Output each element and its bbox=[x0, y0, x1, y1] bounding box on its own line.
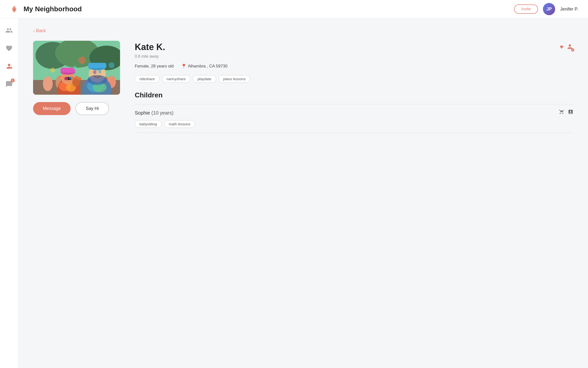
profile-photo bbox=[33, 41, 120, 95]
svg-point-6 bbox=[43, 76, 53, 91]
sidebar: 1 bbox=[0, 18, 18, 368]
profile-left-panel: Message Say Hi bbox=[33, 41, 120, 115]
invite-button[interactable]: Invite bbox=[514, 4, 538, 14]
header: My Neighborhood Invite JP Jenifer P. bbox=[0, 0, 588, 18]
svg-point-25 bbox=[87, 75, 107, 85]
sidebar-item-messages[interactable]: 1 bbox=[4, 79, 14, 89]
child-tag-math-lessons: math lessons bbox=[164, 120, 195, 128]
svg-rect-24 bbox=[88, 63, 106, 68]
back-chevron-icon: ‹ bbox=[33, 28, 35, 33]
child-icons bbox=[559, 109, 573, 117]
svg-point-29 bbox=[109, 62, 114, 68]
child-name-sophie: Sophie (10 years) bbox=[135, 110, 173, 116]
profile-info-row: Female, 28 years old 📍 Alhambra , CA 597… bbox=[135, 64, 573, 69]
back-label: Back bbox=[36, 28, 46, 33]
tag-rideshare: rideshare bbox=[135, 75, 159, 83]
action-buttons: Message Say Hi bbox=[33, 102, 109, 115]
child-tag-babysitting: babysitting bbox=[135, 120, 162, 128]
messages-badge: 1 bbox=[11, 79, 15, 82]
verified-person-icon[interactable] bbox=[566, 43, 573, 51]
svg-point-17 bbox=[64, 77, 68, 81]
app-layout: 1 ‹ Back bbox=[0, 18, 588, 368]
profile-distance: 0.8 mile away bbox=[135, 54, 573, 59]
tag-piano-lessons: piano lessons bbox=[219, 75, 250, 83]
profile-location: 📍 Alhambra , CA 59730 bbox=[181, 64, 228, 69]
profile-tags: rideshare nannyshare playdate piano less… bbox=[135, 75, 573, 83]
header-actions: Invite JP Jenifer P. bbox=[514, 3, 578, 15]
sayhi-button[interactable]: Say Hi bbox=[75, 102, 109, 115]
profile-gender-age: Female, 28 years old bbox=[135, 64, 174, 69]
svg-point-33 bbox=[71, 77, 74, 80]
profile-action-icons: ♥ bbox=[560, 43, 573, 51]
app-logo bbox=[10, 5, 19, 13]
svg-point-28 bbox=[78, 57, 86, 64]
svg-point-31 bbox=[73, 66, 77, 70]
report-card-icon bbox=[568, 109, 573, 117]
user-avatar[interactable]: JP bbox=[543, 3, 555, 15]
sidebar-item-neighbors[interactable] bbox=[4, 26, 14, 35]
tag-nannyshare: nannyshare bbox=[162, 75, 190, 83]
sidebar-item-connections[interactable] bbox=[4, 62, 14, 71]
back-button[interactable]: ‹ Back bbox=[33, 28, 46, 33]
tag-playdate: playdate bbox=[193, 75, 216, 83]
location-pin-icon: 📍 bbox=[181, 64, 186, 69]
svg-point-35 bbox=[78, 77, 81, 80]
profile-name: Kate K. bbox=[135, 42, 165, 52]
sidebar-item-favorites[interactable] bbox=[4, 44, 14, 53]
svg-point-26 bbox=[93, 70, 97, 74]
svg-point-30 bbox=[50, 68, 55, 73]
section-divider bbox=[135, 104, 573, 104]
message-button[interactable]: Message bbox=[33, 102, 71, 115]
favorite-heart-icon[interactable]: ♥ bbox=[560, 43, 564, 51]
profile-container: Message Say Hi Kate K. ♥ bbox=[33, 41, 573, 133]
child-row-sophie: Sophie (10 years) bbox=[135, 109, 573, 117]
stroller-icon bbox=[559, 109, 564, 117]
profile-location-text: Alhambra , CA 59730 bbox=[188, 64, 228, 69]
children-section-title: Children bbox=[135, 91, 573, 99]
profile-name-row: Kate K. ♥ bbox=[135, 42, 573, 52]
child-tags-sophie: babysitting math lessons bbox=[135, 120, 573, 128]
page-title: My Neighborhood bbox=[24, 5, 514, 13]
main-content: ‹ Back bbox=[18, 18, 588, 368]
svg-point-27 bbox=[98, 70, 101, 73]
profile-right-panel: Kate K. ♥ bbox=[135, 41, 573, 133]
svg-point-34 bbox=[75, 76, 78, 79]
user-name: Jenifer P. bbox=[560, 7, 578, 12]
child-section-divider-bottom bbox=[135, 133, 573, 133]
